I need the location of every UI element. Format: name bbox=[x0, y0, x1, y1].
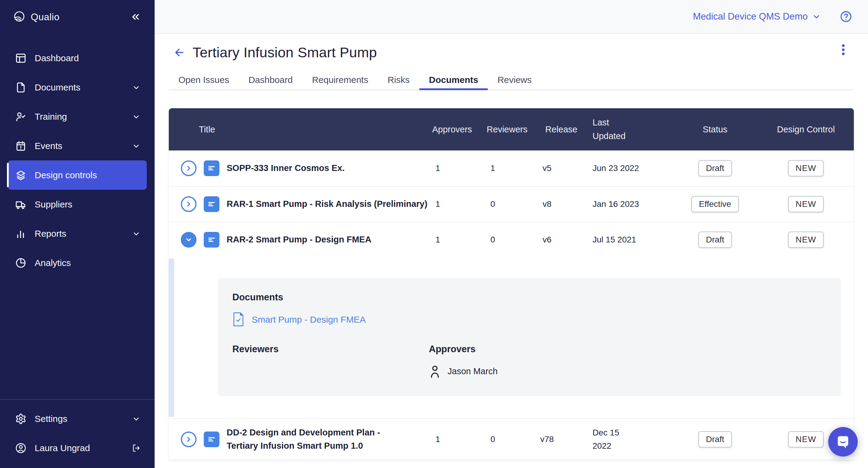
sidebar-item-training[interactable]: Training bbox=[0, 102, 155, 131]
sidebar-item-events[interactable]: Events bbox=[0, 131, 155, 160]
row-release-version: v8 bbox=[520, 199, 574, 209]
question-circle-icon bbox=[840, 10, 852, 23]
document-type-icon bbox=[204, 160, 219, 176]
status-badge: Effective bbox=[691, 196, 739, 212]
person-check-icon bbox=[15, 111, 27, 122]
row-title[interactable]: DD-2 Design and Development Plan - Terti… bbox=[227, 426, 401, 452]
calendar-alert-icon bbox=[15, 140, 27, 152]
column-header-title: Title bbox=[169, 124, 410, 135]
chat-bubble-icon bbox=[835, 434, 851, 449]
sidebar-item-dashboard[interactable]: Dashboard bbox=[0, 43, 155, 73]
sidebar-item-design-controls[interactable]: Design controls bbox=[8, 160, 147, 190]
row-title[interactable]: RAR-1 Smart Pump - Risk Analysis (Prelim… bbox=[227, 198, 427, 211]
kebab-icon bbox=[836, 42, 850, 57]
row-last-updated: Dec 15 2022 bbox=[592, 426, 626, 452]
column-header-approvers: Approvers bbox=[410, 124, 466, 135]
chevron-down-icon bbox=[812, 12, 821, 21]
sidebar-item-analytics[interactable]: Analytics bbox=[0, 248, 155, 277]
chevron-down-icon bbox=[132, 415, 141, 423]
sidebar-item-settings[interactable]: Settings bbox=[0, 404, 155, 433]
table-row[interactable]: DD-2 Design and Development Plan - Terti… bbox=[169, 418, 854, 460]
table-row[interactable]: SOPP-333 Inner Cosmos Ex. 1 1 v5 Jun 23 … bbox=[169, 150, 854, 186]
row-expand-button[interactable] bbox=[181, 196, 196, 212]
chat-launcher-button[interactable] bbox=[828, 427, 858, 457]
table-header: Title Approvers Reviewers Release Last U… bbox=[169, 108, 854, 150]
chevron-icon bbox=[185, 435, 193, 443]
document-type-icon bbox=[204, 432, 219, 447]
column-header-design-control: Design Control bbox=[758, 124, 854, 135]
document-link[interactable]: Smart Pump - Design FMEA bbox=[252, 315, 366, 325]
row-release-version: v78 bbox=[520, 435, 574, 444]
design-control-badge: NEW bbox=[788, 160, 824, 176]
status-badge: Draft bbox=[698, 160, 732, 176]
design-control-badge: NEW bbox=[788, 232, 824, 248]
expanded-accent-bar bbox=[169, 259, 174, 417]
logout-icon[interactable] bbox=[132, 444, 141, 452]
sidebar-item-suppliers[interactable]: Suppliers bbox=[0, 190, 155, 219]
chevron-icon bbox=[185, 200, 193, 208]
kebab-menu-button[interactable] bbox=[836, 41, 850, 59]
sidebar-item-label: Suppliers bbox=[35, 199, 72, 210]
row-last-updated: Jan 16 2023 bbox=[592, 198, 639, 210]
back-button[interactable] bbox=[173, 47, 185, 59]
chevron-icon bbox=[185, 164, 193, 172]
sidebar-item-label: Events bbox=[35, 141, 62, 151]
sidebar-item-user[interactable]: Laura Ungrad bbox=[0, 433, 155, 463]
column-header-reviewers: Reviewers bbox=[466, 124, 520, 135]
design-control-badge: NEW bbox=[788, 196, 824, 212]
row-approvers-count: 1 bbox=[410, 435, 466, 444]
column-header-release: Release bbox=[520, 124, 574, 135]
row-expand-button[interactable] bbox=[181, 432, 196, 447]
qualio-logo-icon bbox=[13, 10, 26, 24]
tab-reviews[interactable]: Reviews bbox=[488, 70, 541, 90]
sidebar-item-documents[interactable]: Documents bbox=[0, 73, 155, 102]
expanded-reviewers-heading: Reviewers bbox=[232, 344, 429, 355]
bar-chart-icon bbox=[15, 228, 27, 239]
table-body: SOPP-333 Inner Cosmos Ex. 1 1 v5 Jun 23 … bbox=[169, 150, 854, 460]
document-check-icon bbox=[232, 312, 244, 327]
row-reviewers-count: 0 bbox=[466, 235, 520, 244]
approver-entry: Jason March bbox=[429, 364, 498, 378]
layers-icon bbox=[15, 170, 27, 181]
tab-risks[interactable]: Risks bbox=[378, 70, 419, 90]
pie-chart-icon bbox=[15, 257, 27, 269]
row-reviewers-count: 1 bbox=[466, 164, 520, 173]
sidebar-item-label: Settings bbox=[35, 414, 67, 424]
row-expand-button[interactable] bbox=[181, 160, 196, 176]
sidebar-item-label: Documents bbox=[35, 82, 81, 93]
status-badge: Draft bbox=[698, 232, 732, 248]
sidebar-item-label: Dashboard bbox=[35, 53, 79, 63]
row-last-updated: Jun 23 2022 bbox=[592, 162, 639, 175]
sidebar-item-reports[interactable]: Reports bbox=[0, 219, 155, 248]
sidebar-item-label: Training bbox=[35, 112, 67, 122]
tab-documents[interactable]: Documents bbox=[419, 70, 488, 90]
collapse-sidebar-button[interactable] bbox=[130, 11, 141, 22]
file-icon bbox=[15, 82, 27, 93]
logo-text: Qualio bbox=[31, 11, 60, 23]
document-type-icon bbox=[204, 196, 219, 212]
sidebar-item-label: Design controls bbox=[35, 170, 97, 180]
tab-open-issues[interactable]: Open Issues bbox=[169, 70, 239, 90]
tab-bar: Open Issues Dashboard Requirements Risks… bbox=[169, 70, 854, 90]
sidebar-user-name: Laura Ungrad bbox=[35, 443, 90, 453]
row-reviewers-count: 0 bbox=[466, 435, 520, 444]
logo: Qualio bbox=[0, 0, 155, 34]
row-approvers-count: 1 bbox=[410, 199, 466, 209]
table-row[interactable]: RAR-1 Smart Pump - Risk Analysis (Prelim… bbox=[169, 186, 854, 222]
column-header-status: Status bbox=[672, 124, 758, 135]
row-expand-button[interactable] bbox=[181, 232, 196, 247]
design-control-badge: NEW bbox=[788, 431, 824, 447]
tab-dashboard[interactable]: Dashboard bbox=[239, 70, 302, 90]
page-title: Tertiary Infusion Smart Pump bbox=[193, 44, 377, 61]
column-header-last-updated: Last Updated bbox=[574, 116, 672, 143]
table-row[interactable]: RAR-2 Smart Pump - Design FMEA 1 0 v6 Ju… bbox=[169, 222, 854, 257]
top-header-bar: Medical Device QMS Demo bbox=[155, 0, 868, 34]
workspace-selector[interactable]: Medical Device QMS Demo bbox=[693, 11, 821, 22]
tab-requirements[interactable]: Requirements bbox=[302, 70, 378, 90]
row-title[interactable]: RAR-2 Smart Pump - Design FMEA bbox=[227, 233, 371, 246]
user-circle-icon bbox=[15, 442, 27, 454]
row-release-version: v5 bbox=[520, 164, 574, 173]
expanded-documents-heading: Documents bbox=[232, 292, 827, 303]
row-title[interactable]: SOPP-333 Inner Cosmos Ex. bbox=[227, 162, 345, 175]
help-button[interactable] bbox=[840, 10, 852, 23]
